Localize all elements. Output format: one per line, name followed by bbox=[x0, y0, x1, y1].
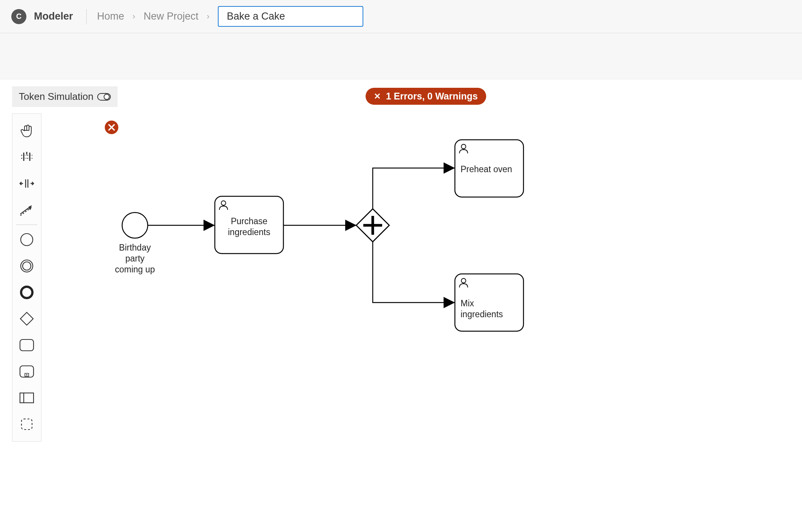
breadcrumb: Home › New Project › bbox=[97, 6, 363, 27]
bpmn-diagram[interactable] bbox=[0, 79, 802, 532]
header-bar: C Modeler Home › New Project › bbox=[0, 0, 802, 33]
app-logo[interactable]: C bbox=[11, 9, 26, 24]
task1-label: Purchase ingredients bbox=[226, 216, 272, 238]
sequence-flow-4[interactable] bbox=[373, 241, 455, 303]
start-event-label: Birthday party coming up bbox=[109, 242, 161, 275]
svg-point-25 bbox=[122, 212, 148, 238]
breadcrumb-home[interactable]: Home bbox=[97, 11, 124, 22]
diagram-name-input[interactable] bbox=[218, 6, 363, 27]
chevron-right-icon: › bbox=[133, 12, 135, 21]
parallel-gateway[interactable] bbox=[356, 209, 389, 242]
error-overlay-marker[interactable] bbox=[105, 121, 118, 134]
divider bbox=[86, 9, 87, 24]
start-event-node[interactable] bbox=[122, 212, 148, 238]
breadcrumb-project[interactable]: New Project bbox=[144, 11, 199, 22]
logo-letter: C bbox=[16, 12, 21, 21]
sub-header bbox=[0, 33, 802, 79]
task2-label: Preheat oven bbox=[461, 164, 518, 175]
task3-label: Mix ingredients bbox=[461, 298, 518, 320]
sequence-flow-3[interactable] bbox=[373, 168, 455, 209]
canvas[interactable]: Token Simulation ✕ 1 Errors, 0 Warnings bbox=[0, 79, 802, 532]
chevron-right-icon: › bbox=[207, 12, 209, 21]
app-title: Modeler bbox=[34, 11, 73, 22]
